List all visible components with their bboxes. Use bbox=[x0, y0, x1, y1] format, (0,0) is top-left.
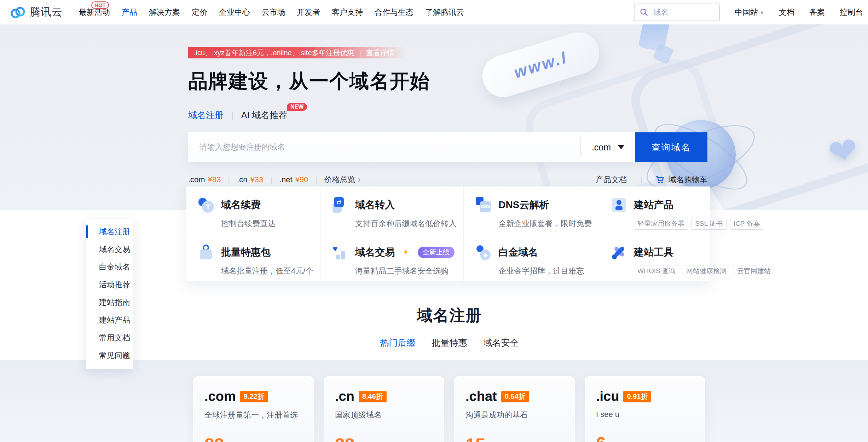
ai-search-icon bbox=[640, 8, 649, 17]
sidebar-item-domain-trade[interactable]: 域名交易 bbox=[86, 241, 133, 258]
caret-down-icon bbox=[618, 145, 624, 149]
tools-icon bbox=[611, 245, 627, 260]
promo-banner[interactable]: .icu、.xyz首年新注6元，.online、.site多年注册优惠 | 查看… bbox=[188, 47, 404, 58]
sidebar-item-platinum[interactable]: 白金域名 bbox=[86, 258, 133, 276]
tld-selected-value: .com bbox=[592, 142, 611, 153]
discount-badge: 9.22折 bbox=[240, 391, 268, 402]
hero-tabs: 域名注册 | AI 域名推荐 NEW bbox=[188, 109, 707, 121]
feature-panel: ¥ 域名续费 控制台续费直达 ⇄ 域名转入 支持百余种后缀域名低价转入 DNS … bbox=[186, 186, 710, 281]
new-launch-badge: 全新上线 bbox=[418, 247, 455, 258]
domain-card-icu[interactable]: .icu 0.91折 I see u 6 元/首年 66元/首年 bbox=[585, 376, 705, 442]
domain-search-input[interactable] bbox=[188, 132, 580, 162]
nav-item-partners[interactable]: 合作与生态 bbox=[375, 7, 413, 18]
nav-item-enterprise[interactable]: 企业中心 bbox=[219, 7, 250, 18]
tag-site-builder[interactable]: 云官网建站 bbox=[734, 265, 774, 277]
price: 15 元/首年 bbox=[465, 435, 563, 442]
domain-search-bar: .com 查询域名 bbox=[188, 132, 707, 162]
tab-domain-register[interactable]: 域名注册 bbox=[188, 109, 224, 121]
domain-card-list: .com 9.22折 全球注册量第一，注册首选 83 元/首年 90元/首年 .… bbox=[193, 376, 705, 442]
feature-site-products[interactable]: 建站产品 轻量应用服务器 SSL 证书 ICP 备案 bbox=[599, 186, 781, 234]
top-search-input[interactable] bbox=[653, 8, 706, 17]
nav-item-developers[interactable]: 开发者 bbox=[297, 7, 320, 18]
sparkle-icon: ✦ bbox=[403, 248, 409, 257]
bag-icon bbox=[198, 245, 214, 260]
main-nav: 最新活动 HOT 产品 解决方案 定价 企业中心 云市场 开发者 客户支持 合作… bbox=[79, 7, 464, 18]
sidebar-item-promotions[interactable]: 活动推荐 bbox=[86, 276, 133, 294]
console-link[interactable]: 控制台 bbox=[840, 7, 863, 18]
feature-site-tools[interactable]: 建站工具 WHOIS 查询 网站健康检测 云官网建站 bbox=[599, 234, 781, 281]
query-domain-button[interactable]: 查询域名 bbox=[635, 132, 707, 162]
sidebar-item-faq[interactable]: 常见问题 bbox=[86, 347, 133, 364]
docs-link[interactable]: 文档 bbox=[779, 7, 794, 18]
section-tabs: 热门后缀 批量特惠 域名安全 bbox=[193, 337, 706, 349]
tab-bulk-deals[interactable]: 批量特惠 bbox=[432, 337, 467, 349]
domain-cart-link[interactable]: 域名购物车 bbox=[656, 174, 707, 185]
domain-card-cn[interactable]: .cn 8.46折 国家顶级域名 33 元/首年 39元/首年 bbox=[324, 376, 444, 442]
heart-icon: ❤ bbox=[825, 128, 862, 174]
discount-badge: 0.91折 bbox=[623, 391, 651, 402]
header-right: 中国站 ∨ 文档 备案 控制台 bbox=[634, 4, 863, 21]
logo-text: 腾讯云 bbox=[30, 5, 63, 19]
hot-suffix-panel: .com 9.22折 全球注册量第一，注册首选 83 元/首年 90元/首年 .… bbox=[0, 360, 868, 442]
feature-domain-renewal[interactable]: ¥ 域名续费 控制台续费直达 bbox=[186, 186, 320, 234]
page-title: 品牌建设，从一个域名开始 bbox=[188, 68, 707, 94]
tencent-cloud-logo[interactable]: 腾讯云 bbox=[11, 5, 63, 19]
price: 33 元/首年 bbox=[335, 435, 433, 442]
feature-dns-resolution[interactable]: DNS DNS云解析 全新企业版套餐，限时免费 bbox=[464, 186, 599, 234]
discount-badge: 8.46折 bbox=[359, 391, 387, 402]
new-badge: NEW bbox=[287, 103, 307, 111]
tld-select[interactable]: .com bbox=[581, 132, 635, 162]
feature-domain-transfer[interactable]: ⇄ 域名转入 支持百余种后缀域名低价转入 bbox=[320, 186, 464, 234]
cloud-logo-icon bbox=[11, 6, 25, 18]
domain-card-com[interactable]: .com 9.22折 全球注册量第一，注册首选 83 元/首年 90元/首年 bbox=[193, 376, 314, 442]
tab-hot-suffix[interactable]: 热门后缀 bbox=[380, 337, 416, 349]
feature-domain-trade[interactable]: ♥ 域名交易 ✦ 全新上线 海量精品二手域名安全选购 bbox=[320, 234, 464, 281]
site-product-icon bbox=[611, 197, 627, 213]
top-search-box[interactable] bbox=[634, 4, 720, 21]
tab-domain-security[interactable]: 域名安全 bbox=[484, 337, 519, 349]
top-nav-bar: 腾讯云 最新活动 HOT 产品 解决方案 定价 企业中心 云市场 开发者 客户支… bbox=[0, 0, 868, 24]
chevron-right-icon: › bbox=[358, 174, 361, 185]
sidebar-item-site-guide[interactable]: 建站指南 bbox=[86, 294, 133, 311]
nav-item-marketplace[interactable]: 云市场 bbox=[262, 7, 285, 18]
icp-filing-link[interactable]: 备案 bbox=[809, 7, 825, 18]
price-item-com: .com¥83 bbox=[188, 175, 221, 184]
chevron-down-icon: ∨ bbox=[760, 9, 764, 16]
feature-platinum-domain[interactable]: ◆ 白金域名 企业金字招牌，过目难忘 bbox=[464, 234, 599, 281]
price-overview-link[interactable]: 价格总览 bbox=[324, 174, 355, 185]
feature-tags: 轻量应用服务器 SSL 证书 ICP 备案 bbox=[634, 218, 774, 230]
dns-icon: DNS bbox=[476, 197, 491, 213]
promo-text: .icu、.xyz首年新注6元，.online、.site多年注册优惠 bbox=[194, 48, 354, 58]
price-row: .com¥83 | .cn¥33 | .net¥90 | 价格总览 › 产品文档… bbox=[188, 174, 707, 185]
side-menu: 域名注册 域名交易 白金域名 活动推荐 建站指南 建站产品 常用文档 常见问题 bbox=[86, 219, 133, 369]
domain-card-chat[interactable]: .chat 0.54折 沟通是成功的基石 15 元/首年 280元/首年 bbox=[454, 376, 575, 442]
sidebar-item-common-docs[interactable]: 常用文档 bbox=[86, 329, 133, 347]
sidebar-item-domain-register[interactable]: 域名注册 bbox=[86, 223, 133, 241]
product-docs-link[interactable]: 产品文档 bbox=[596, 174, 627, 185]
nav-item-about[interactable]: 了解腾讯云 bbox=[425, 7, 464, 18]
hot-badge: HOT bbox=[91, 1, 109, 9]
tab-ai-domain-suggest[interactable]: AI 域名推荐 NEW bbox=[241, 109, 288, 121]
tag-icp[interactable]: ICP 备案 bbox=[730, 218, 764, 230]
tag-lighthouse[interactable]: 轻量应用服务器 bbox=[634, 218, 688, 230]
nav-item-support[interactable]: 客户支持 bbox=[332, 7, 363, 18]
site-region-selector[interactable]: 中国站 ∨ bbox=[735, 7, 764, 18]
hero-content: .icu、.xyz首年新注6元，.online、.site多年注册优惠 | 查看… bbox=[188, 24, 707, 185]
nav-item-products[interactable]: 产品 bbox=[122, 7, 137, 18]
discount-badge: 0.54折 bbox=[501, 391, 529, 402]
transfer-icon: ⇄ bbox=[332, 197, 348, 213]
nav-item-pricing[interactable]: 定价 bbox=[192, 7, 207, 18]
tag-health-check[interactable]: 网站健康检测 bbox=[683, 265, 730, 277]
tag-whois[interactable]: WHOIS 查询 bbox=[634, 265, 679, 277]
price-item-cn: .cn¥33 bbox=[237, 175, 263, 184]
nav-item-promotions[interactable]: 最新活动 HOT bbox=[79, 7, 110, 18]
promo-link[interactable]: 查看详情 bbox=[366, 48, 394, 58]
cart-icon bbox=[656, 175, 665, 184]
tag-ssl[interactable]: SSL 证书 bbox=[691, 218, 727, 230]
feature-tags: WHOIS 查询 网站健康检测 云官网建站 bbox=[634, 265, 774, 277]
feature-bulk-package[interactable]: 批量特惠包 域名批量注册，低至4元/个 bbox=[186, 234, 320, 281]
renewal-coin-icon: ¥ bbox=[198, 197, 214, 213]
hero-banner: www.l ❤ .icu、.xyz首年新注6元，.online、.site多年注… bbox=[0, 24, 868, 210]
sidebar-item-site-products[interactable]: 建站产品 bbox=[86, 311, 133, 329]
nav-item-solutions[interactable]: 解决方案 bbox=[149, 7, 180, 18]
